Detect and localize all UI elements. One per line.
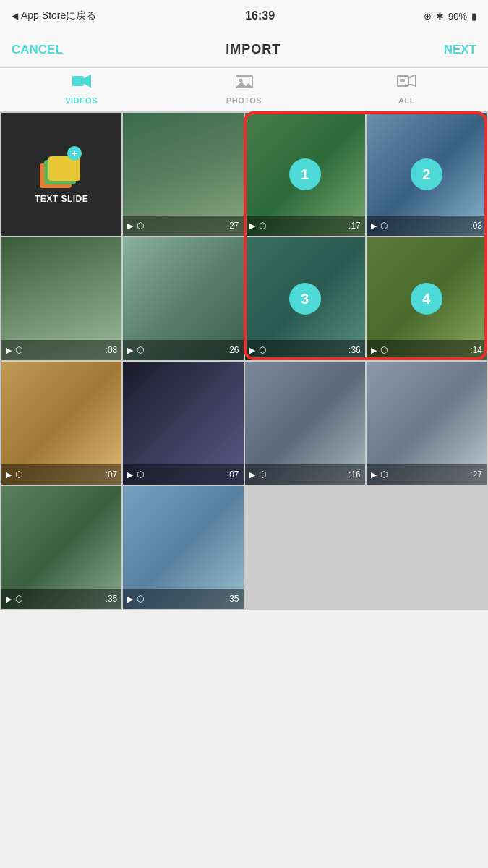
lock-icon: ⊕: [424, 11, 432, 22]
video-share-icon-4: ⬡: [137, 345, 144, 355]
video-cell-1[interactable]: 1 ▶ ⬡ :17: [245, 113, 365, 236]
back-label: App Storeに戻る: [21, 9, 96, 22]
video-duration-3: :08: [106, 345, 118, 355]
video-cell-0[interactable]: ▶ ⬡ :27: [123, 113, 243, 236]
media-grid-wrapper: + TEXT SLIDE ▶ ⬡ :27 1 ▶ ⬡ :17: [0, 111, 488, 610]
video-share-icon-10: ⬡: [380, 469, 388, 480]
video-share-icon-12: ⬡: [137, 594, 144, 604]
svg-marker-1: [84, 75, 91, 88]
video-share-icon-7: ⬡: [15, 469, 22, 480]
svg-point-3: [239, 78, 242, 82]
video-cell-12[interactable]: ▶ ⬡ :35: [123, 486, 243, 609]
video-share-icon-5: ⬡: [259, 345, 266, 355]
status-back[interactable]: ◀ App Storeに戻る: [12, 9, 96, 22]
video-tab-icon: [72, 75, 91, 93]
video-bar-9: ▶ ⬡ :16: [245, 464, 365, 485]
video-share-icon-1: ⬡: [259, 221, 266, 231]
video-cam-icon-11: ▶: [6, 595, 12, 604]
video-duration-12: :35: [227, 594, 239, 604]
empty-area: [0, 610, 488, 867]
video-bar-5: ▶ ⬡ :36: [245, 340, 365, 360]
selection-badge-2: 2: [411, 158, 442, 190]
video-cell-11[interactable]: ▶ ⬡ :35: [1, 486, 121, 609]
tab-bar: VIDEOS PHOTOS ALL: [0, 68, 488, 111]
photo-tab-icon: [236, 75, 253, 93]
video-share-icon-2: ⬡: [380, 221, 388, 231]
video-duration-6: :14: [470, 345, 482, 355]
next-button[interactable]: NEXT: [444, 43, 476, 57]
video-cell-10[interactable]: ▶ ⬡ :27: [367, 362, 487, 485]
video-bar-4: ▶ ⬡ :26: [123, 340, 243, 360]
video-bar-7: ▶ ⬡ :07: [1, 464, 121, 485]
video-duration-4: :26: [227, 345, 239, 355]
video-cam-icon-10: ▶: [371, 470, 377, 480]
tab-videos[interactable]: VIDEOS: [0, 75, 163, 105]
text-slide-icon: +: [40, 145, 83, 188]
tab-photos[interactable]: PHOTOS: [163, 75, 325, 105]
video-duration-2: :03: [470, 221, 482, 231]
status-right: ⊕ ✱ 90% ▮: [424, 11, 476, 22]
selection-badge-3: 3: [289, 283, 321, 315]
video-cam-icon-9: ▶: [249, 470, 255, 480]
cancel-button[interactable]: CANCEL: [12, 43, 63, 57]
video-bar-10: ▶ ⬡ :27: [367, 464, 487, 485]
video-cam-icon-4: ▶: [127, 346, 133, 355]
tab-all-label: ALL: [398, 96, 415, 105]
video-bar-6: ▶ ⬡ :14: [367, 340, 487, 360]
video-cell-3[interactable]: ▶ ⬡ :08: [1, 237, 121, 360]
selection-badge-4: 4: [411, 283, 442, 315]
video-cell-2[interactable]: 2 ▶ ⬡ :03: [367, 113, 487, 236]
video-share-icon-9: ⬡: [259, 469, 266, 480]
bluetooth-icon: ✱: [436, 11, 444, 22]
video-cam-icon-7: ▶: [6, 470, 12, 480]
video-duration-8: :07: [227, 469, 239, 480]
all-tab-icon: [397, 75, 417, 93]
video-cam-icon-6: ▶: [371, 346, 377, 355]
video-cell-8[interactable]: ▶ ⬡ :07: [123, 362, 243, 485]
video-duration-10: :27: [470, 469, 482, 480]
status-bar: ◀ App Storeに戻る 16:39 ⊕ ✱ 90% ▮: [0, 0, 488, 32]
video-duration-7: :07: [106, 469, 118, 480]
nav-bar: CANCEL IMPORT NEXT: [0, 32, 488, 68]
video-bar-12: ▶ ⬡ :35: [123, 589, 243, 609]
tab-all[interactable]: ALL: [325, 75, 488, 105]
video-cam-icon-0: ▶: [127, 221, 133, 231]
battery-icon: ▮: [471, 11, 476, 22]
video-cell-7[interactable]: ▶ ⬡ :07: [1, 362, 121, 485]
video-share-icon-0: ⬡: [137, 221, 144, 231]
video-cell-6[interactable]: 4 ▶ ⬡ :14: [367, 237, 487, 360]
video-cam-icon-1: ▶: [249, 221, 255, 231]
back-arrow-icon: ◀: [12, 11, 18, 21]
text-slide-label: TEXT SLIDE: [35, 194, 88, 204]
nav-title: IMPORT: [226, 42, 281, 57]
video-duration-9: :16: [348, 469, 361, 480]
video-cam-icon-2: ▶: [371, 221, 377, 231]
video-duration-1: :17: [348, 221, 361, 231]
video-share-icon-11: ⬡: [15, 594, 22, 604]
video-cam-icon-12: ▶: [127, 595, 133, 604]
video-cell-5[interactable]: 3 ▶ ⬡ :36: [245, 237, 365, 360]
media-grid: + TEXT SLIDE ▶ ⬡ :27 1 ▶ ⬡ :17: [0, 111, 488, 610]
video-cell-4[interactable]: ▶ ⬡ :26: [123, 237, 243, 360]
selection-badge-1: 1: [289, 158, 321, 190]
video-bar-8: ▶ ⬡ :07: [123, 464, 243, 485]
video-cam-icon-3: ▶: [6, 346, 12, 355]
text-slide-cell[interactable]: + TEXT SLIDE: [1, 113, 121, 236]
svg-rect-0: [72, 76, 84, 86]
video-cell-9[interactable]: ▶ ⬡ :16: [245, 362, 365, 485]
video-bar-11: ▶ ⬡ :35: [1, 589, 121, 609]
video-bar-2: ▶ ⬡ :03: [367, 216, 487, 236]
tab-photos-label: PHOTOS: [226, 96, 262, 105]
video-bar-0: ▶ ⬡ :27: [123, 216, 243, 236]
tab-videos-label: VIDEOS: [65, 96, 98, 105]
battery-label: 90%: [448, 11, 467, 22]
video-share-icon-6: ⬡: [380, 345, 388, 355]
svg-rect-7: [400, 79, 405, 82]
svg-marker-4: [236, 82, 253, 88]
svg-marker-6: [408, 75, 416, 86]
plus-circle: +: [67, 146, 82, 161]
video-duration-0: :27: [227, 221, 239, 231]
video-cam-icon-5: ▶: [249, 346, 255, 355]
status-time: 16:39: [245, 9, 275, 22]
video-duration-5: :36: [348, 345, 361, 355]
